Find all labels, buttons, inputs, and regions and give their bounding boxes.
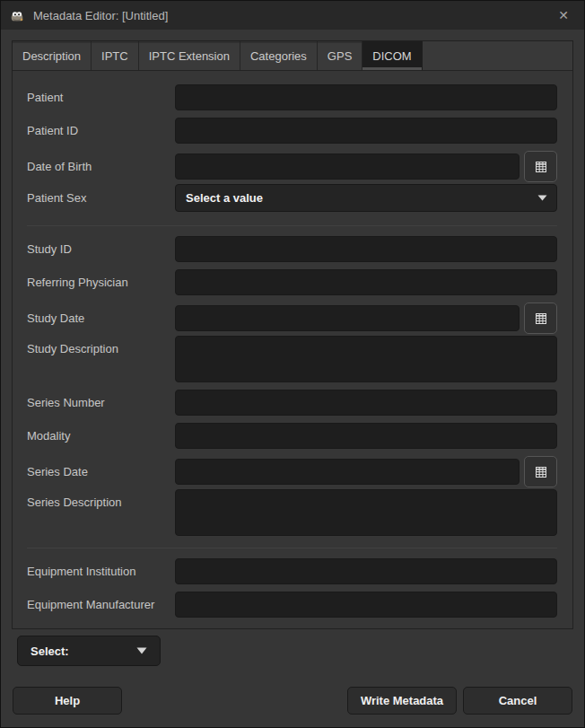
- field-row-date-of-birth: Date of Birth: [27, 151, 557, 182]
- write-metadata-button[interactable]: Write Metadata: [347, 687, 457, 715]
- tab-iptc-extension[interactable]: IPTC Extension: [139, 41, 240, 70]
- field-row-equipment-institution: Equipment Institution: [27, 558, 557, 584]
- section-separator: [27, 548, 557, 548]
- study-description-input[interactable]: [175, 336, 557, 382]
- equipment-manufacturer-input[interactable]: [175, 592, 557, 618]
- patient-sex-value: Select a value: [186, 191, 263, 205]
- tab-gps[interactable]: GPS: [318, 41, 362, 70]
- chevron-down-icon: [537, 195, 547, 201]
- study-date-label: Study Date: [27, 311, 175, 325]
- field-row-study-description: Study Description: [27, 336, 557, 382]
- field-row-patient-sex: Patient Sex Select a value: [27, 184, 557, 212]
- series-number-input[interactable]: [175, 390, 557, 416]
- field-row-patient: Patient: [27, 84, 557, 110]
- series-date-input[interactable]: [175, 459, 520, 485]
- equipment-manufacturer-label: Equipment Manufacturer: [27, 598, 175, 611]
- gimp-wilber-icon: [8, 6, 26, 24]
- metadata-notebook: Description IPTC IPTC Extension Categori…: [12, 40, 573, 629]
- dialog-button-row: Help Write Metadata Cancel: [12, 687, 573, 715]
- calendar-grid-icon: [534, 160, 548, 174]
- calendar-grid-icon: [534, 311, 548, 326]
- equipment-institution-label: Equipment Institution: [27, 565, 175, 578]
- series-date-picker-button[interactable]: [524, 456, 557, 487]
- calendar-grid-icon: [534, 465, 548, 479]
- select-row: Select:: [17, 636, 573, 666]
- section-separator: [27, 225, 557, 226]
- series-date-label: Series Date: [27, 465, 175, 478]
- tab-strip: Description IPTC IPTC Extension Categori…: [12, 40, 573, 71]
- modality-label: Modality: [27, 429, 175, 443]
- close-icon[interactable]: ✕: [552, 4, 575, 27]
- field-row-series-date: Series Date: [27, 456, 557, 487]
- patient-sex-label: Patient Sex: [27, 191, 175, 205]
- study-id-label: Study ID: [27, 242, 175, 256]
- date-of-birth-input[interactable]: [175, 153, 520, 180]
- dialog-body: Description IPTC IPTC Extension Categori…: [1, 30, 584, 727]
- modality-input[interactable]: [175, 423, 557, 449]
- patient-id-label: Patient ID: [27, 124, 175, 137]
- study-date-input[interactable]: [175, 305, 520, 331]
- patient-label: Patient: [27, 91, 175, 104]
- window-title: Metadata Editor: [Untitled]: [33, 9, 168, 22]
- patient-input[interactable]: [175, 84, 557, 110]
- referring-physician-label: Referring Physician: [27, 276, 175, 289]
- date-of-birth-label: Date of Birth: [27, 160, 175, 173]
- titlebar: Metadata Editor: [Untitled] ✕: [1, 1, 584, 30]
- date-of-birth-picker-button[interactable]: [524, 151, 557, 182]
- series-number-label: Series Number: [27, 396, 175, 409]
- chevron-down-icon: [136, 647, 147, 654]
- study-description-label: Study Description: [27, 336, 175, 355]
- equipment-institution-input[interactable]: [175, 558, 557, 584]
- tab-description[interactable]: Description: [13, 41, 92, 70]
- dicom-panel: Patient Patient ID Date of Birth: [12, 71, 573, 629]
- referring-physician-input[interactable]: [175, 269, 557, 295]
- study-id-input[interactable]: [175, 236, 557, 262]
- field-row-referring-physician: Referring Physician: [27, 269, 557, 295]
- field-row-series-number: Series Number: [27, 390, 557, 416]
- tab-iptc[interactable]: IPTC: [92, 41, 139, 70]
- series-description-input[interactable]: [175, 489, 557, 536]
- field-row-study-id: Study ID: [27, 236, 557, 262]
- tab-dicom[interactable]: DICOM: [362, 41, 422, 70]
- metadata-editor-window: Metadata Editor: [Untitled] ✕ Descriptio…: [0, 0, 585, 728]
- button-spacer: [128, 687, 341, 715]
- field-row-series-description: Series Description: [27, 489, 557, 536]
- patient-sex-dropdown[interactable]: Select a value: [175, 184, 557, 212]
- field-row-modality: Modality: [27, 423, 557, 449]
- field-row-patient-id: Patient ID: [27, 118, 557, 144]
- cancel-button[interactable]: Cancel: [463, 687, 572, 715]
- field-row-study-date: Study Date: [27, 303, 557, 334]
- tab-categories[interactable]: Categories: [240, 41, 318, 70]
- study-date-picker-button[interactable]: [524, 303, 557, 334]
- select-dropdown[interactable]: Select:: [17, 636, 161, 666]
- select-dropdown-label: Select:: [31, 645, 69, 658]
- series-description-label: Series Description: [27, 489, 175, 509]
- patient-id-input[interactable]: [175, 118, 557, 144]
- help-button[interactable]: Help: [13, 687, 122, 715]
- tabstrip-filler: [423, 41, 572, 70]
- field-row-equipment-manufacturer: Equipment Manufacturer: [27, 592, 557, 618]
